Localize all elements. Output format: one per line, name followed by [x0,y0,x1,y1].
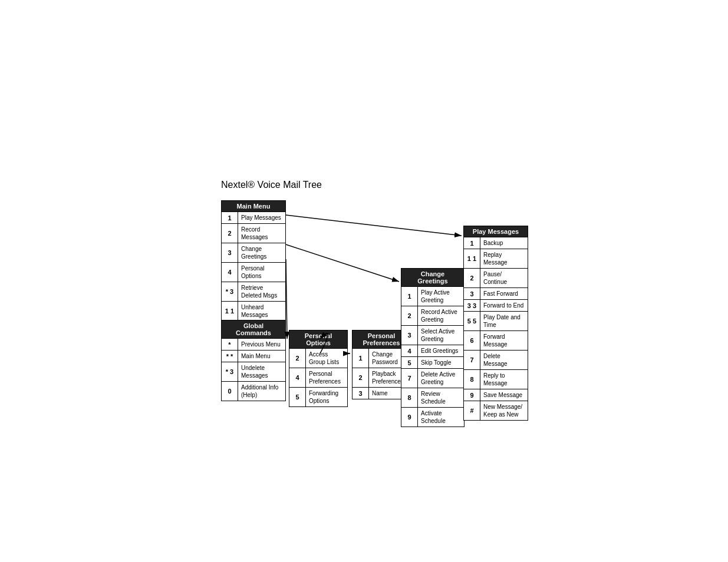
key-star: * [222,339,238,350]
play-messages-header: Play Messages [464,226,528,237]
key-cg-2: 2 [401,306,418,325]
change-greetings-header: Change Greetings [401,269,464,286]
pm-row-33: 3 3 Forward to End [464,299,528,311]
cg-row-9: 9 Activate Schedule [401,407,464,427]
key-star3: * 3 [222,282,238,301]
label-forward-message: Forward Message [480,331,528,350]
global-row-star3: * 3 Undelete Messages [222,362,285,381]
personal-options-box: Personal Options 2 Access Group Lists 4 … [289,330,348,407]
global-commands-header: Global Commands [222,320,285,338]
main-menu-row-3: 3 Change Greetings [222,243,285,262]
key-pp-3: 3 [353,388,369,399]
label-retrieve-deleted: Retrieve Deleted Msgs [238,282,285,301]
global-row-0: 0 Additional Info (Help) [222,381,285,401]
key-pm-2: 2 [464,269,480,287]
po-row-2: 2 Access Group Lists [289,348,347,368]
label-previous-menu: Previous Menu [238,339,285,350]
pm-row-7: 7 Delete Message [464,350,528,369]
main-menu-header: Main Menu [222,201,285,211]
pm-row-55: 5 5 Play Date and Time [464,311,528,330]
cg-row-4: 4 Edit Greetings [401,345,464,356]
svg-line-1 [286,215,462,236]
key-g-0: 0 [222,382,238,401]
label-reply-to-message: Reply to Message [480,370,528,389]
label-edit-greetings: Edit Greetings [418,345,464,356]
label-play-active: Play Active Greeting [418,287,464,306]
main-menu-row-11: 1 1 Unheard Messages [222,301,285,320]
label-personal-options: Personal Options [238,263,285,282]
pm-row-hash: # New Message/ Keep as New [464,401,528,420]
page-title: Nextel® Voice Mail Tree [221,180,322,190]
key-cg-9: 9 [401,408,418,427]
label-select-active: Select Active Greeting [418,326,464,345]
key-pm-3: 3 [464,288,480,299]
label-record-messages: Record Messages [238,224,285,243]
key-pm-8: 8 [464,370,480,389]
key-pm-6: 6 [464,331,480,350]
key-cg-3: 3 [401,326,418,345]
key-g-star3: * 3 [222,362,238,381]
pm-row-8: 8 Reply to Message [464,369,528,389]
key-11: 1 1 [222,302,238,320]
cg-row-1: 1 Play Active Greeting [401,286,464,306]
label-personal-prefs: Personal Preferences [306,368,347,387]
label-skip-toggle: Skip Toggle [418,357,464,368]
cg-row-3: 3 Select Active Greeting [401,325,464,345]
label-backup: Backup [480,237,528,249]
key-pm-7: 7 [464,351,480,369]
key-pp-2: 2 [353,368,369,387]
pm-row-1: 1 Backup [464,237,528,249]
label-unheard-messages: Unheard Messages [238,302,285,320]
key-cg-4: 4 [401,345,418,356]
pm-row-6: 6 Forward Message [464,330,528,350]
pm-row-2: 2 Pause/ Continue [464,268,528,287]
key-pm-hash: # [464,401,480,420]
key-cg-7: 7 [401,369,418,388]
label-undelete: Undelete Messages [238,362,285,381]
label-forward-to-end: Forward to End [480,300,528,311]
label-pause-continue: Pause/ Continue [480,269,528,287]
key-pm-33: 3 3 [464,300,480,311]
key-po-4: 4 [289,368,306,387]
label-play-messages: Play Messages [238,212,285,223]
global-row-starstar: * * Main Menu [222,350,285,362]
arrows-overlay [0,0,728,562]
cg-row-7: 7 Delete Active Greeting [401,368,464,388]
play-messages-box: Play Messages 1 Backup 1 1 Replay Messag… [463,226,528,421]
label-forwarding: Forwarding Options [306,388,347,406]
key-cg-5: 5 [401,357,418,368]
key-pm-11: 1 1 [464,249,480,268]
label-review-schedule: Review Schedule [418,388,464,407]
label-new-message: New Message/ Keep as New [480,401,528,420]
pm-row-9: 9 Save Message [464,389,528,401]
key-pp-1: 1 [353,349,369,368]
key-pm-9: 9 [464,389,480,401]
label-activate-schedule: Activate Schedule [418,408,464,427]
cg-row-2: 2 Record Active Greeting [401,306,464,325]
pm-row-11: 1 1 Replay Message [464,249,528,268]
label-access-groups: Access Group Lists [306,349,347,368]
main-menu-row-2: 2 Record Messages [222,223,285,243]
key-starstar: * * [222,351,238,362]
svg-line-2 [286,244,399,282]
key-4: 4 [222,263,238,282]
label-play-date-time: Play Date and Time [480,312,528,330]
main-menu-row-star3: * 3 Retrieve Deleted Msgs [222,282,285,301]
key-po-5: 5 [289,388,306,406]
global-commands-box: Global Commands * Previous Menu * * Main… [221,320,286,401]
key-cg-1: 1 [401,287,418,306]
cg-row-8: 8 Review Schedule [401,388,464,407]
po-row-4: 4 Personal Preferences [289,368,347,387]
main-menu-row-1: 1 Play Messages [222,211,285,223]
label-main-menu: Main Menu [238,351,285,362]
label-change-greetings: Change Greetings [238,243,285,262]
label-fast-forward: Fast Forward [480,288,528,299]
key-pm-1: 1 [464,237,480,249]
key-po-2: 2 [289,349,306,368]
pm-row-3: 3 Fast Forward [464,287,528,299]
change-greetings-box: Change Greetings 1 Play Active Greeting … [401,268,465,427]
global-row-star: * Previous Menu [222,338,285,350]
main-menu-row-4: 4 Personal Options [222,262,285,282]
po-row-5: 5 Forwarding Options [289,387,347,406]
cg-row-5: 5 Skip Toggle [401,356,464,368]
